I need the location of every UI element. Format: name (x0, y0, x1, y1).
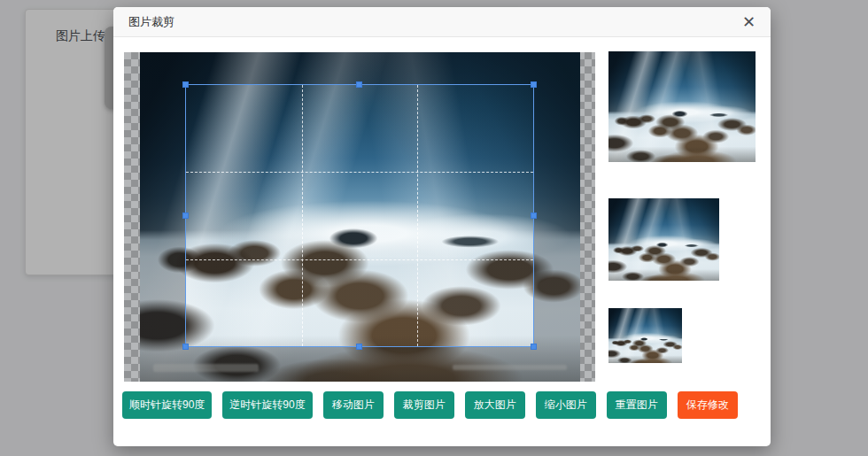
crop-toolbar: 顺时针旋转90度 逆时针旋转90度 移动图片 裁剪图片 放大图片 缩小图片 重置… (122, 391, 738, 419)
crop-handle-w[interactable] (182, 213, 189, 219)
crop-image-button[interactable]: 裁剪图片 (394, 391, 454, 419)
crop-preview-small (608, 308, 682, 363)
modal-header: 图片裁剪 ✕ (113, 7, 771, 37)
crop-handle-e[interactable] (531, 213, 537, 219)
crop-handle-nw[interactable] (182, 81, 189, 88)
crop-canvas[interactable] (124, 52, 595, 382)
zoom-out-button[interactable]: 缩小图片 (536, 391, 596, 419)
crop-handle-s[interactable] (356, 344, 362, 350)
crop-handle-ne[interactable] (531, 81, 537, 88)
crop-handle-se[interactable] (531, 344, 537, 350)
crop-preview-large (608, 51, 756, 162)
save-changes-button[interactable]: 保存修改 (678, 391, 738, 419)
rotate-cw-button[interactable]: 顺时针旋转90度 (122, 391, 212, 419)
crop-handle-n[interactable] (356, 81, 362, 88)
reset-image-button[interactable]: 重置图片 (607, 391, 667, 419)
rotate-ccw-button[interactable]: 逆时针旋转90度 (222, 391, 312, 419)
close-icon[interactable]: ✕ (742, 14, 756, 30)
image-crop-modal: 图片裁剪 ✕ 顺时针旋转90度 逆时针旋转90度 移动图片 (113, 7, 771, 446)
modal-title: 图片裁剪 (128, 14, 174, 30)
crop-grid-line (302, 85, 303, 346)
zoom-in-button[interactable]: 放大图片 (465, 391, 525, 419)
watermark-right (453, 365, 567, 370)
crop-grid-line (186, 172, 533, 173)
crop-grid-line (186, 259, 533, 260)
crop-preview-medium (608, 198, 719, 281)
crop-grid-line (417, 85, 418, 346)
move-image-button[interactable]: 移动图片 (323, 391, 384, 419)
watermark-left (153, 364, 259, 372)
crop-box[interactable] (185, 84, 534, 347)
crop-handle-sw[interactable] (182, 344, 189, 350)
